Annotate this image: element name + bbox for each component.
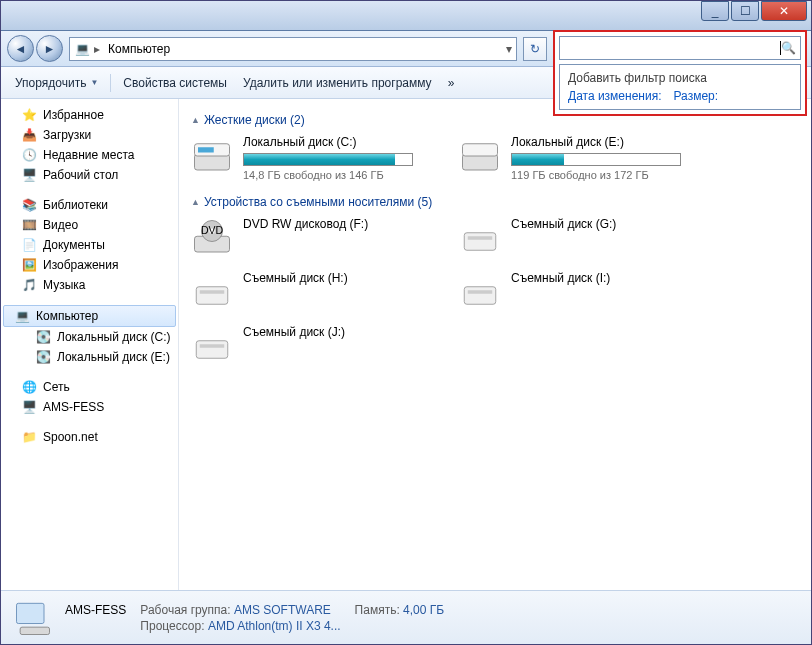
free-space: 14,8 ГБ свободно из 146 ГБ — [243, 169, 441, 181]
uninstall-program-button[interactable]: Удалить или изменить программу — [237, 72, 438, 94]
drive-name: Локальный диск (C:) — [243, 135, 441, 149]
computer-large-icon — [11, 596, 55, 640]
back-button[interactable]: ◄ — [7, 35, 34, 62]
sidebar-libraries-header[interactable]: 📚Библиотеки — [1, 195, 178, 215]
removable-icon — [191, 271, 233, 313]
usage-bar — [243, 153, 413, 166]
sidebar-drive-e[interactable]: 💽Локальный диск (E:) — [1, 347, 178, 367]
filter-size[interactable]: Размер: — [674, 89, 719, 103]
address-dropdown[interactable]: ▾ — [506, 42, 512, 56]
desktop-icon: 🖥️ — [21, 167, 37, 183]
drive-name: Съемный диск (I:) — [511, 271, 709, 285]
sidebar-item-music[interactable]: 🎵Музыка — [1, 275, 178, 295]
svg-rect-17 — [17, 603, 45, 623]
svg-rect-11 — [196, 287, 228, 305]
computer-icon: 💻 — [74, 41, 90, 57]
toolbar-overflow[interactable]: » — [442, 72, 461, 94]
computer-icon: 💻 — [14, 308, 30, 324]
close-button[interactable]: ✕ — [761, 1, 807, 21]
sidebar-item-video[interactable]: 🎞️Видео — [1, 215, 178, 235]
svg-rect-12 — [200, 290, 225, 294]
sidebar-item-pictures[interactable]: 🖼️Изображения — [1, 255, 178, 275]
music-icon: 🎵 — [21, 277, 37, 293]
free-space: 119 ГБ свободно из 172 ГБ — [511, 169, 709, 181]
sidebar-network-header[interactable]: 🌐Сеть — [1, 377, 178, 397]
drive-i[interactable]: Съемный диск (I:) — [459, 271, 709, 313]
search-highlight-box: ​ 🔍 Добавить фильтр поиска Дата изменени… — [553, 30, 807, 116]
svg-rect-15 — [196, 341, 228, 359]
sidebar-item-computer[interactable]: 💻Компьютер — [3, 305, 176, 327]
svg-rect-2 — [198, 147, 214, 152]
expand-icon: ▲ — [191, 197, 200, 207]
svg-rect-18 — [20, 627, 49, 634]
video-icon: 🎞️ — [21, 217, 37, 233]
sidebar-drive-c[interactable]: 💽Локальный диск (C:) — [1, 327, 178, 347]
search-input-wrap: ​ 🔍 — [559, 36, 801, 60]
drive-name: Локальный диск (E:) — [511, 135, 709, 149]
hdd-icon — [191, 135, 233, 177]
search-icon[interactable]: 🔍 — [781, 41, 796, 55]
sidebar-item-documents[interactable]: 📄Документы — [1, 235, 178, 255]
forward-button[interactable]: ► — [36, 35, 63, 62]
pc-icon: 🖥️ — [21, 399, 37, 415]
drive-c[interactable]: Локальный диск (C:) 14,8 ГБ свободно из … — [191, 135, 441, 181]
filter-date-modified[interactable]: Дата изменения: — [568, 89, 662, 103]
category-removable[interactable]: ▲Устройства со съемными носителями (5) — [191, 195, 799, 209]
drive-name: DVD RW дисковод (F:) — [243, 217, 441, 231]
hdd-icon: 💽 — [35, 329, 51, 345]
drive-name: Съемный диск (H:) — [243, 271, 441, 285]
drive-g[interactable]: Съемный диск (G:) — [459, 217, 709, 259]
network-icon: 🌐 — [21, 379, 37, 395]
svg-rect-14 — [468, 290, 493, 294]
sidebar-item-recent[interactable]: 🕓Недавние места — [1, 145, 178, 165]
document-icon: 📄 — [21, 237, 37, 253]
sidebar-favorites-header[interactable]: ⭐Избранное — [1, 105, 178, 125]
removable-icon — [459, 217, 501, 259]
picture-icon: 🖼️ — [21, 257, 37, 273]
organize-menu[interactable]: Упорядочить▼ — [9, 72, 104, 94]
star-icon: ⭐ — [21, 107, 37, 123]
svg-rect-13 — [464, 287, 496, 305]
status-name: AMS-FESS — [65, 603, 126, 617]
drive-j[interactable]: Съемный диск (J:) — [191, 325, 441, 367]
address-bar[interactable]: 💻 ▸ Компьютер ▾ — [69, 37, 517, 61]
svg-text:DVD: DVD — [201, 224, 224, 236]
svg-rect-10 — [468, 236, 493, 240]
svg-rect-4 — [463, 144, 498, 156]
svg-rect-16 — [200, 344, 225, 348]
status-bar: AMS-FESS Рабочая группа: AMS SOFTWARE Па… — [1, 590, 811, 644]
crumb-arrow: ▸ — [94, 42, 100, 56]
hdd-icon — [459, 135, 501, 177]
drive-h[interactable]: Съемный диск (H:) — [191, 271, 441, 313]
drive-name: Съемный диск (G:) — [511, 217, 709, 231]
sidebar-item-spoon[interactable]: 📁Spoon.net — [1, 427, 178, 447]
search-input[interactable] — [564, 41, 780, 56]
removable-icon — [191, 325, 233, 367]
library-icon: 📚 — [21, 197, 37, 213]
system-properties-button[interactable]: Свойства системы — [117, 72, 233, 94]
drive-name: Съемный диск (J:) — [243, 325, 441, 339]
sidebar-network-host[interactable]: 🖥️AMS-FESS — [1, 397, 178, 417]
minimize-button[interactable]: _ — [701, 1, 729, 21]
svg-rect-9 — [464, 233, 496, 251]
nav-buttons: ◄ ► — [7, 35, 63, 62]
refresh-button[interactable]: ↻ — [523, 37, 547, 61]
breadcrumb-computer[interactable]: Компьютер — [104, 42, 174, 56]
recent-icon: 🕓 — [21, 147, 37, 163]
drive-f-dvd[interactable]: DVD DVD RW дисковод (F:) — [191, 217, 441, 259]
drive-e[interactable]: Локальный диск (E:) 119 ГБ свободно из 1… — [459, 135, 709, 181]
svg-rect-0 — [195, 154, 230, 170]
titlebar: _ ☐ ✕ — [1, 1, 811, 31]
sidebar-item-downloads[interactable]: 📥Загрузки — [1, 125, 178, 145]
sidebar-item-desktop[interactable]: 🖥️Рабочий стол — [1, 165, 178, 185]
usage-bar — [511, 153, 681, 166]
maximize-button[interactable]: ☐ — [731, 1, 759, 21]
sidebar: ⭐Избранное 📥Загрузки 🕓Недавние места 🖥️Р… — [1, 99, 179, 590]
dvd-icon: DVD — [191, 217, 233, 259]
hdd-icon: 💽 — [35, 349, 51, 365]
removable-icon — [459, 271, 501, 313]
search-filter-dropdown: Добавить фильтр поиска Дата изменения: Р… — [559, 64, 801, 110]
content-pane: ▲Жесткие диски (2) Локальный диск (C:) 1… — [179, 99, 811, 590]
search-filter-label: Добавить фильтр поиска — [568, 71, 792, 85]
download-icon: 📥 — [21, 127, 37, 143]
